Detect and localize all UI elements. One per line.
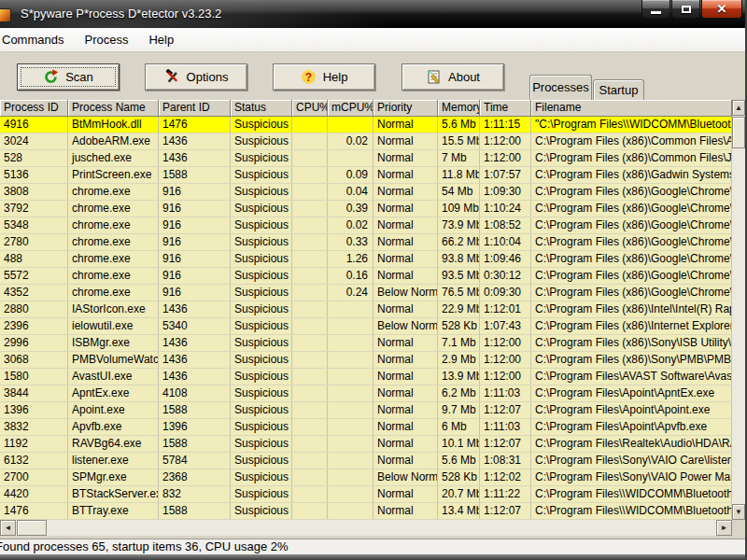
- table-row[interactable]: 2396ielowutil.exe5340SuspiciousBelow Nor…: [0, 318, 732, 335]
- cell-parent-id: 2368: [159, 469, 231, 485]
- tab-processes[interactable]: Processes: [529, 75, 592, 100]
- cell-process-name: PrintScreen.exe: [68, 167, 159, 183]
- cell-mcpu: 0.16: [328, 268, 374, 284]
- table-row[interactable]: 488chrome.exe916Suspicious1.26Normal93.8…: [0, 251, 732, 268]
- menu-item-process[interactable]: Process: [74, 28, 138, 51]
- hscroll-thumb[interactable]: [17, 520, 47, 536]
- help-button[interactable]: ? Help: [273, 63, 375, 91]
- about-button[interactable]: About: [402, 63, 504, 91]
- vscroll-up-button[interactable]: ▲: [732, 100, 745, 116]
- table-row[interactable]: 1580AvastUI.exe1436SuspiciousNormal13.9 …: [0, 369, 732, 385]
- table-row[interactable]: 5348chrome.exe916Suspicious0.02Normal73.…: [0, 217, 732, 234]
- column-header-cpu[interactable]: CPU%: [292, 100, 328, 117]
- cell-status: Suspicious: [231, 285, 292, 301]
- cell-process-id: 1192: [0, 436, 68, 452]
- cell-time: 1:10:04: [480, 234, 531, 250]
- cell-filename: C:\Program Files (x86)\Gadwin Systems\Pr…: [531, 167, 732, 183]
- hscroll-right-button[interactable]: ►: [716, 520, 732, 536]
- table-row[interactable]: 3844ApntEx.exe4108SuspiciousNormal6.2 Mb…: [0, 385, 732, 402]
- scan-icon: [43, 69, 59, 85]
- cell-process-id: 2880: [0, 301, 68, 317]
- options-button[interactable]: Options: [145, 63, 247, 91]
- column-header-status[interactable]: Status: [231, 100, 292, 117]
- cell-parent-id: 916: [159, 184, 231, 200]
- cell-parent-id: 1588: [159, 167, 231, 183]
- cell-process-id: 5572: [0, 268, 68, 284]
- window-title: S*pyware P*rocess D*etector v3.23.2: [21, 7, 221, 21]
- cell-cpu: [292, 285, 328, 301]
- table-row[interactable]: 4352chrome.exe916Suspicious0.24Below Nor…: [0, 285, 732, 301]
- cell-status: Suspicious: [231, 150, 292, 166]
- cell-time: 1:09:30: [480, 184, 531, 200]
- table-row[interactable]: 5136PrintScreen.exe1588Suspicious0.09Nor…: [0, 167, 732, 184]
- table-row[interactable]: 1396Apoint.exe1588SuspiciousNormal9.7 Mb…: [0, 402, 732, 419]
- table-row[interactable]: 6132listener.exe5784SuspiciousNormal5.6 …: [0, 453, 732, 469]
- column-header-priority[interactable]: Priority: [374, 100, 438, 117]
- maximize-button[interactable]: [671, 0, 700, 19]
- cell-time: 1:11:03: [480, 419, 531, 435]
- table-row[interactable]: 2996ISBMgr.exe1436SuspiciousNormal7.1 Mb…: [0, 335, 732, 352]
- title-bar: S*pyware P*rocess D*etector v3.23.2 ✕: [0, 0, 747, 28]
- table-row[interactable]: 3024AdobeARM.exe1436Suspicious0.02Normal…: [0, 133, 732, 150]
- tab-startup[interactable]: Startup: [593, 79, 644, 100]
- cell-memory: 13.9 Mb: [438, 369, 480, 385]
- scan-button[interactable]: Scan: [17, 63, 120, 91]
- table-row[interactable]: 3068PMBVolumeWatch1436SuspiciousNormal2.…: [0, 352, 732, 369]
- minimize-button[interactable]: [641, 0, 670, 19]
- column-header-memory[interactable]: Memory: [438, 100, 480, 117]
- horizontal-scrollbar[interactable]: ◄ ►: [0, 520, 732, 536]
- cell-parent-id: 1436: [159, 133, 231, 149]
- table-row[interactable]: 2780chrome.exe916Suspicious0.33Normal66.…: [0, 234, 732, 251]
- table-row[interactable]: 3792chrome.exe916Suspicious0.39Normal109…: [0, 201, 732, 217]
- cell-time: 0:09:30: [480, 285, 531, 301]
- column-header-process-name[interactable]: Process Name: [68, 100, 159, 117]
- table-row[interactable]: 2880IAStorIcon.exe1436SuspiciousNormal22…: [0, 301, 732, 318]
- column-header-parent-id[interactable]: Parent ID: [159, 100, 231, 117]
- vscroll-down-button[interactable]: ▼: [732, 504, 745, 520]
- menu-item-commands[interactable]: Commands: [0, 28, 74, 51]
- cell-memory: 2.9 Mb: [438, 352, 480, 368]
- table-row[interactable]: 3808chrome.exe916Suspicious0.04Normal54 …: [0, 184, 732, 201]
- menu-item-help[interactable]: Help: [138, 28, 184, 51]
- cell-parent-id: 916: [159, 285, 231, 301]
- vertical-scrollbar[interactable]: ▲ ▼: [732, 100, 745, 520]
- app-icon: [0, 8, 11, 22]
- column-header-mcpu[interactable]: mCPU%: [328, 100, 374, 117]
- help-icon: ?: [301, 69, 317, 85]
- cell-time: 0:30:12: [480, 268, 531, 284]
- column-header-time[interactable]: Time: [480, 100, 531, 117]
- cell-process-id: 2780: [0, 234, 68, 250]
- cell-process-name: chrome.exe: [68, 184, 159, 200]
- cell-priority: Below Norm.: [374, 318, 438, 334]
- column-header-process-id[interactable]: Process ID: [0, 100, 68, 117]
- cell-process-id: 5348: [0, 217, 68, 233]
- cell-process-name: AdobeARM.exe: [68, 133, 159, 149]
- vscroll-thumb[interactable]: [732, 117, 745, 148]
- cell-mcpu: 0.24: [328, 285, 374, 301]
- cell-cpu: [292, 318, 328, 334]
- table-row[interactable]: 2700SPMgr.exe2368SuspiciousBelow Norm.52…: [0, 469, 732, 486]
- table-row[interactable]: 4916BtMmHook.dll1476SuspiciousNormal5.6 …: [0, 117, 732, 133]
- cell-priority: Normal: [374, 201, 438, 217]
- table-row[interactable]: 4420BTStackServer.exe832SuspiciousNormal…: [0, 486, 732, 503]
- cell-priority: Normal: [374, 268, 438, 284]
- cell-process-id: 6132: [0, 453, 68, 469]
- table-row[interactable]: 1476BTTray.exe1588SuspiciousNormal13.4 M…: [0, 503, 732, 520]
- cell-status: Suspicious: [231, 201, 292, 217]
- hscroll-left-button[interactable]: ◄: [0, 520, 16, 536]
- table-row[interactable]: 528jusched.exe1436SuspiciousNormal7 Mb1:…: [0, 150, 732, 167]
- cell-time: 1:12:00: [480, 369, 531, 385]
- window-border-bottom: [0, 554, 747, 560]
- cell-time: 1:12:00: [480, 150, 531, 166]
- cell-parent-id: 916: [159, 201, 231, 217]
- close-button[interactable]: ✕: [701, 0, 742, 19]
- table-row[interactable]: 5572chrome.exe916Suspicious0.16Normal93.…: [0, 268, 732, 285]
- cell-process-id: 4352: [0, 285, 68, 301]
- cell-memory: 10.1 Mb: [438, 436, 480, 452]
- table-row[interactable]: 1192RAVBg64.exe1588SuspiciousNormal10.1 …: [0, 436, 732, 453]
- cell-cpu: [292, 301, 328, 317]
- column-header-filename[interactable]: Filename: [531, 100, 732, 117]
- table-row[interactable]: 3832Apvfb.exe1396SuspiciousNormal6 Mb1:1…: [0, 419, 732, 436]
- cell-status: Suspicious: [231, 402, 292, 418]
- cell-parent-id: 832: [159, 486, 231, 502]
